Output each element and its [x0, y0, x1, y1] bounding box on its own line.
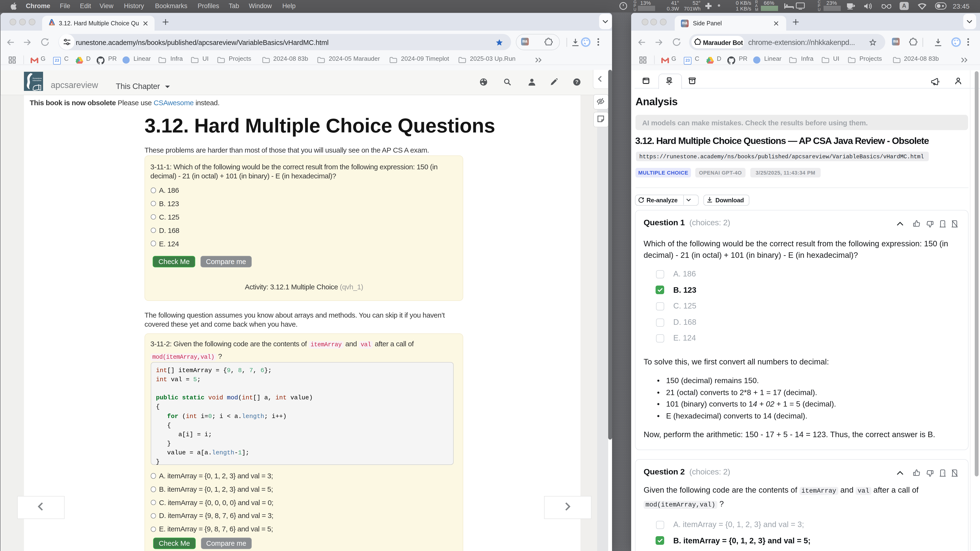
svg-text:Runestone: Runestone	[33, 77, 42, 79]
svg-text:Interactive: Interactive	[33, 79, 41, 81]
